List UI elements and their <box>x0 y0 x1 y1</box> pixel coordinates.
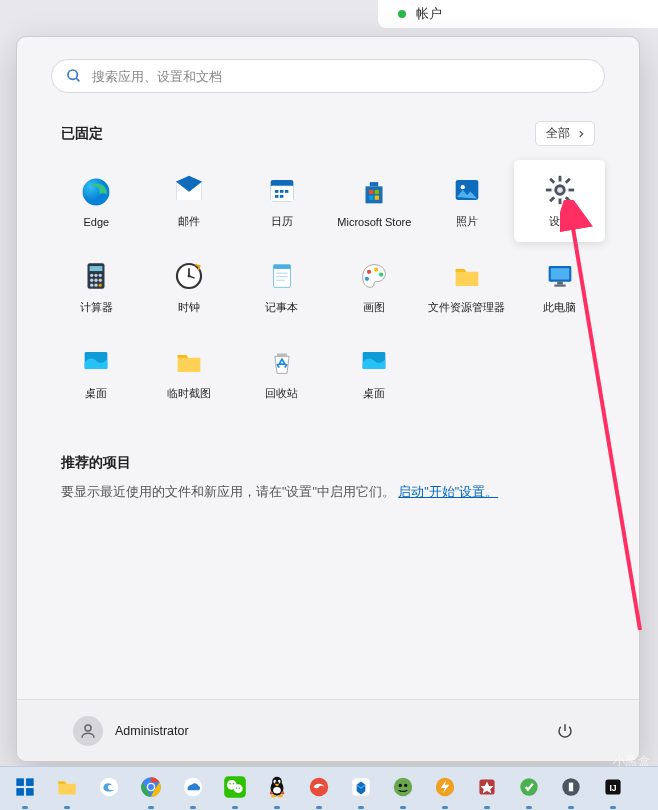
svg-rect-22 <box>564 196 570 202</box>
app-label: 文件资源管理器 <box>428 300 505 315</box>
svg-text:IJ: IJ <box>609 782 616 792</box>
user-account-button[interactable]: Administrator <box>73 716 189 746</box>
app-tile-explorer[interactable]: 文件资源管理器 <box>422 246 513 328</box>
calendar-icon <box>265 173 299 207</box>
svg-point-81 <box>275 781 276 782</box>
all-apps-button[interactable]: 全部 <box>535 121 595 146</box>
app-tile-msstore[interactable]: Microsoft Store <box>329 160 420 242</box>
app-tile-photos[interactable]: 照片 <box>422 160 513 242</box>
desktop2-icon <box>357 345 391 379</box>
svg-point-33 <box>99 279 102 282</box>
svg-point-46 <box>367 270 371 274</box>
svg-rect-5 <box>275 190 279 193</box>
svg-point-85 <box>271 794 276 797</box>
svg-point-34 <box>90 284 93 287</box>
recommended-section: 推荐的项目 要显示最近使用的文件和新应用，请在"设置"中启用它们。 启动"开始"… <box>61 454 595 501</box>
svg-rect-61 <box>16 788 24 796</box>
app-label: 此电脑 <box>543 300 576 315</box>
app-label: 临时截图 <box>167 386 211 401</box>
svg-rect-7 <box>284 190 288 193</box>
svg-rect-27 <box>90 266 103 271</box>
tempshot-icon <box>172 345 206 379</box>
search-input[interactable] <box>92 69 590 84</box>
taskbar: IJ <box>0 766 658 810</box>
svg-rect-60 <box>26 778 34 786</box>
taskbar-sogou[interactable] <box>92 772 126 806</box>
taskbar-thunder[interactable] <box>428 772 462 806</box>
taskbar-qq[interactable] <box>260 772 294 806</box>
app-tile-tempshot[interactable]: 临时截图 <box>144 332 235 414</box>
app-label: 计算器 <box>80 300 113 315</box>
svg-rect-21 <box>549 178 555 184</box>
taskbar-chrome[interactable] <box>134 772 168 806</box>
launch-start-settings-link[interactable]: 启动"开始"设置。 <box>398 485 498 499</box>
svg-point-86 <box>278 794 283 797</box>
app-tile-notepad[interactable]: 记事本 <box>236 246 327 328</box>
svg-point-74 <box>233 782 235 784</box>
app-tile-calendar[interactable]: 日历 <box>236 160 327 242</box>
svg-point-35 <box>95 284 98 287</box>
svg-rect-53 <box>554 285 565 287</box>
background-window-fragment: 帐户 <box>378 0 658 28</box>
taskbar-app3[interactable] <box>554 772 588 806</box>
app-tile-paint[interactable]: 画图 <box>329 246 420 328</box>
app-label: 邮件 <box>178 214 200 229</box>
taskbar-explorer[interactable] <box>50 772 84 806</box>
taskbar-app1[interactable] <box>470 772 504 806</box>
explorer-icon <box>54 774 80 804</box>
edge-icon <box>79 175 113 209</box>
app-label: 日历 <box>271 214 293 229</box>
app-label: 设置 <box>549 214 571 229</box>
svg-rect-42 <box>273 265 290 269</box>
all-label: 全部 <box>546 125 570 142</box>
taskbar-app2[interactable] <box>512 772 546 806</box>
app-tile-settings[interactable]: 设置 <box>514 160 605 242</box>
msstore-icon <box>357 175 391 209</box>
app-tile-thispc[interactable]: 此电脑 <box>514 246 605 328</box>
todesk-icon <box>306 774 332 804</box>
app-tile-desktop1[interactable]: 桌面 <box>51 332 142 414</box>
app-label: 照片 <box>456 214 478 229</box>
power-button[interactable] <box>547 713 583 749</box>
taskbar-clash[interactable] <box>386 772 420 806</box>
username: Administrator <box>115 724 189 738</box>
taskbar-todesk[interactable] <box>302 772 336 806</box>
settings-icon <box>543 173 577 207</box>
taskbar-start[interactable] <box>8 772 42 806</box>
calculator-icon <box>79 259 113 293</box>
search-icon <box>66 68 82 84</box>
taskbar-baidudisk[interactable] <box>176 772 210 806</box>
app-label: 桌面 <box>363 386 385 401</box>
svg-rect-59 <box>16 778 24 786</box>
mail-icon <box>172 173 206 207</box>
app-tile-desktop2[interactable]: 桌面 <box>329 332 420 414</box>
taskbar-app4[interactable]: IJ <box>596 772 630 806</box>
app-tile-mail[interactable]: 邮件 <box>144 160 235 242</box>
thunder-icon <box>432 774 458 804</box>
svg-rect-4 <box>270 186 293 202</box>
pinned-title: 已固定 <box>61 125 103 143</box>
app-tile-edge[interactable]: Edge <box>51 160 142 242</box>
svg-line-1 <box>76 78 79 81</box>
svg-point-29 <box>95 274 98 277</box>
svg-rect-12 <box>369 195 373 199</box>
taskbar-tencentmeeting[interactable] <box>344 772 378 806</box>
app-tile-calculator[interactable]: 计算器 <box>51 246 142 328</box>
avatar <box>73 716 103 746</box>
search-bar[interactable] <box>51 59 605 93</box>
app-tile-clock[interactable]: 时钟 <box>144 246 235 328</box>
chrome-icon <box>138 774 164 804</box>
svg-point-63 <box>100 777 118 795</box>
svg-rect-13 <box>375 195 379 199</box>
app-tile-recycle[interactable]: 回收站 <box>236 332 327 414</box>
sogou-icon <box>96 774 122 804</box>
baidudisk-icon <box>180 774 206 804</box>
svg-point-89 <box>394 777 412 795</box>
svg-point-30 <box>99 274 102 277</box>
taskbar-wechat[interactable] <box>218 772 252 806</box>
app2-icon <box>516 774 542 804</box>
svg-point-83 <box>275 783 279 785</box>
svg-point-40 <box>188 275 191 278</box>
app-label: 回收站 <box>265 386 298 401</box>
svg-rect-24 <box>549 196 555 202</box>
